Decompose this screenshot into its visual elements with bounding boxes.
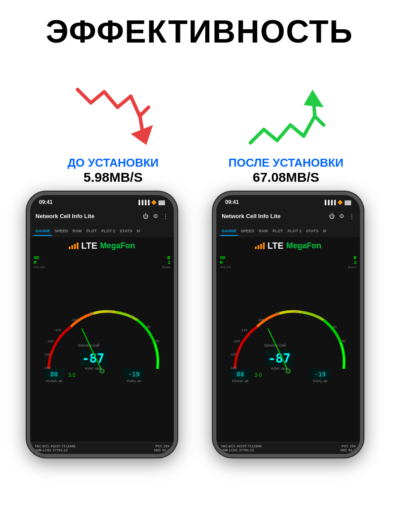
- nid-after: NID: 51-1: [340, 448, 356, 452]
- status-time-after: 09:41: [225, 199, 239, 205]
- tab-plot-before[interactable]: PLOT: [85, 227, 99, 236]
- main-title: ЭФФЕКТИВНОСТЬ: [9, 13, 390, 50]
- two-label-after: 2: [354, 260, 356, 265]
- app-header-after: Network Cell Info Lite ⏻ ⚙ ⋮: [216, 209, 360, 221]
- labels-section: ДО УСТАНОВКИ 5.98MB/S ПОСЛЕ УСТАНОВКИ 67…: [0, 152, 399, 187]
- cell-info-before: TAC-ECI: 42237-7111948 PCI: 154 eNB-LCID…: [30, 442, 174, 454]
- svg-text:-90: -90: [89, 312, 94, 316]
- lte-text-after: LTE: [267, 241, 283, 251]
- iwlan-label-before: IWLAN: [34, 265, 45, 269]
- svg-text:-70: -70: [129, 315, 134, 319]
- up-arrow-icon: [242, 81, 330, 152]
- sd-label-after: SD: [220, 255, 231, 260]
- phones-section: 09:41 ▐▐▐▐ 🔶 ▓▓ Network Cell Info Lite ⏻…: [0, 187, 399, 532]
- tab-stats-before[interactable]: STATS: [118, 227, 134, 236]
- side-labels-right-before: B 2 Band: [162, 255, 170, 269]
- tab-plot-after[interactable]: PLOT: [271, 227, 285, 236]
- nid-before: NID: 51-1: [154, 448, 169, 452]
- tab-raw-before[interactable]: RAW: [71, 227, 84, 236]
- after-arrow-container: [219, 81, 352, 152]
- svg-text:3.0: 3.0: [68, 372, 76, 378]
- svg-text:RSSNR, dB: RSSNR, dB: [46, 379, 63, 383]
- after-label-block: ПОСЛЕ УСТАНОВКИ 67.08MB/S: [219, 156, 352, 185]
- megafon-text-before: MegaFon: [100, 241, 135, 250]
- title-section: ЭФФЕКТИВНОСТЬ: [0, 0, 399, 54]
- lte-text-before: LTE: [81, 241, 97, 251]
- status-icons-after: ▐▐▐▐ 🔶 ▓▓: [323, 200, 351, 205]
- bar2-after: [258, 245, 259, 249]
- svg-text:-110: -110: [54, 328, 62, 332]
- app-header-icons-after: ⏻ ⚙ ⋮: [329, 213, 355, 219]
- status-icons-before: ▐▐▐▐ 🔶 ▓▓: [137, 200, 165, 205]
- gauge-svg-after: -140 -130 -120 -110 -100 -90 -80 -70 -60…: [222, 302, 355, 391]
- app-header-icons-before: ⏻ ⚙ ⋮: [143, 213, 168, 219]
- phone-notch-after: [259, 195, 317, 207]
- svg-text:-100: -100: [71, 318, 78, 322]
- gauge-area-before: SD R IWLAN B 2 Band: [30, 251, 174, 442]
- before-speed: 5.98MB/S: [83, 170, 142, 185]
- enb-lcid-after: eNB-LCID: 27781-12: [221, 448, 254, 452]
- svg-text:-130: -130: [230, 352, 237, 356]
- svg-text:-110: -110: [240, 328, 248, 332]
- sd-label-before: SD: [34, 255, 45, 260]
- tac-eci-before: TAC-ECI: 42237-7111948: [35, 444, 75, 448]
- band-label-after: Band: [348, 265, 356, 269]
- arrows-section: [0, 54, 399, 152]
- svg-text:-19: -19: [314, 371, 325, 378]
- settings-icon-after[interactable]: ⚙: [339, 213, 344, 219]
- wifi-icon: 🔶: [151, 200, 156, 205]
- tab-stats-after[interactable]: STATS: [304, 227, 320, 236]
- svg-text:88: 88: [237, 371, 244, 378]
- bar2: [71, 245, 73, 249]
- svg-text:-120: -120: [233, 339, 240, 343]
- cell-info-after: TAC-ECI: 42237-7111948 PCI: 154 eNB-LCID…: [216, 442, 360, 454]
- before-label-block: ДО УСТАНОВКИ 5.98MB/S: [47, 156, 180, 185]
- tab-plot2-after[interactable]: PLOT 2: [286, 227, 304, 236]
- menu-icon[interactable]: ⋮: [163, 213, 168, 219]
- cell-info-row2-after: eNB-LCID: 27781-12 NID: 51-1: [221, 448, 356, 452]
- signal-icon-after: ▐▐▐▐: [323, 200, 336, 205]
- before-label: ДО УСТАНОВКИ: [67, 156, 159, 170]
- tab-gauge-before[interactable]: GAUGE: [34, 227, 52, 236]
- phone-frame-after: 09:41 ▐▐▐▐ 🔶 ▓▓ Network Cell Info Lite ⏻…: [213, 192, 364, 458]
- settings-icon[interactable]: ⚙: [153, 213, 158, 219]
- svg-text:-60: -60: [332, 325, 337, 329]
- tab-m-after[interactable]: M: [321, 227, 328, 236]
- menu-icon-after[interactable]: ⋮: [349, 213, 355, 219]
- pci-after: PCI: 154: [342, 444, 356, 448]
- tab-gauge-after[interactable]: GAUGE: [220, 227, 238, 236]
- power-icon[interactable]: ⏻: [143, 213, 149, 219]
- phone-before: 09:41 ▐▐▐▐ 🔶 ▓▓ Network Cell Info Lite ⏻…: [27, 192, 186, 466]
- svg-text:-60: -60: [145, 325, 151, 329]
- tac-eci-after: TAC-ECI: 42237-7111948: [221, 444, 262, 448]
- tab-m-before[interactable]: M: [135, 227, 142, 236]
- cell-info-row1-before: TAC-ECI: 42237-7111948 PCI: 154: [35, 444, 169, 448]
- r-label-after: R: [220, 260, 231, 265]
- phone-screen-after: LTE MegaFon SD R IWLAN B: [216, 237, 360, 454]
- band-label-before: Band: [162, 265, 170, 269]
- tab-speed-after[interactable]: SPEED: [239, 227, 256, 236]
- tab-speed-before[interactable]: SPEED: [53, 227, 70, 236]
- bar4-after: [263, 243, 265, 249]
- power-icon-after[interactable]: ⏻: [329, 213, 335, 219]
- tab-plot2-before[interactable]: PLOT 2: [100, 227, 117, 236]
- battery-icon: ▓▓: [158, 200, 165, 205]
- b-label-before: B: [168, 255, 171, 260]
- side-labels-left-after: SD R IWLAN: [220, 255, 231, 269]
- svg-text:RSRQ, dB: RSRQ, dB: [313, 379, 328, 383]
- bar3: [74, 244, 76, 249]
- main-container: ЭФФЕКТИВНОСТЬ ДО УСТ: [0, 0, 399, 532]
- phone-after: 09:41 ▐▐▐▐ 🔶 ▓▓ Network Cell Info Lite ⏻…: [213, 192, 372, 466]
- after-label: ПОСЛЕ УСТАНОВКИ: [228, 156, 344, 170]
- tab-raw-after[interactable]: RAW: [257, 227, 270, 236]
- phone-notch-before: [73, 195, 131, 207]
- two-label-before: 2: [168, 260, 170, 265]
- side-labels-right-after: B 2 Band: [348, 255, 356, 269]
- lte-header-after: LTE MegaFon: [255, 237, 321, 251]
- svg-text:-50: -50: [154, 339, 160, 343]
- pci-before: PCI: 154: [156, 444, 169, 448]
- svg-text:RSRQ, dB: RSRQ, dB: [127, 379, 141, 383]
- bar1: [69, 246, 70, 249]
- svg-text:RSRP, dBm: RSRP, dBm: [271, 367, 288, 370]
- side-labels-left-before: SD R IWLAN: [34, 255, 45, 269]
